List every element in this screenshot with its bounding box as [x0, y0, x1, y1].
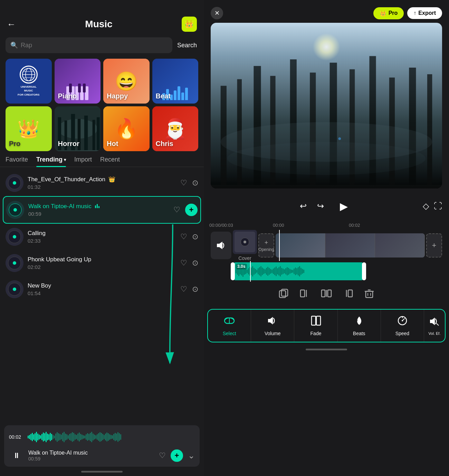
category-pro[interactable]: 👑 Pro — [6, 106, 52, 151]
svg-point-28 — [13, 288, 16, 291]
split-left-icon — [299, 288, 311, 301]
cover-label: Cover — [238, 255, 251, 261]
pause-button[interactable]: ⏸ — [9, 448, 24, 463]
list-item[interactable]: New Boy 01:54 ♡ ⊙ — [3, 276, 201, 302]
svg-point-44 — [338, 137, 341, 140]
download-button-3[interactable]: ⊙ — [192, 232, 198, 241]
category-happy[interactable]: 😄 Happy — [103, 59, 150, 104]
category-hot-label: Hot — [107, 140, 146, 148]
like-button-2[interactable]: ♡ — [173, 205, 180, 214]
toolbar-select[interactable]: Select — [208, 310, 251, 342]
split-right-button[interactable] — [342, 288, 353, 301]
list-item[interactable]: Phonk Upbeat Going Up 02:02 ♡ ⊙ — [3, 250, 201, 276]
category-beat[interactable]: Beat — [152, 59, 199, 104]
opening-button[interactable]: + Opening — [258, 233, 274, 258]
audio-track-row: 3.0s — [204, 261, 449, 282]
tab-favorite[interactable]: Favorite — [6, 156, 28, 165]
category-horror-label: Horror — [58, 140, 97, 148]
speed-label: Speed — [395, 331, 409, 336]
player-like-button[interactable]: ♡ — [159, 451, 166, 460]
song-info-4: Phonk Upbeat Going Up 02:02 — [28, 256, 176, 270]
player-song-name: Walk on Tiptoe-AI music — [28, 450, 155, 456]
like-button-5[interactable]: ♡ — [180, 285, 187, 294]
video-track[interactable] — [276, 233, 425, 258]
svg-marker-46 — [219, 242, 222, 249]
crown-badge[interactable]: 👑 — [182, 17, 197, 32]
player-add-button[interactable]: + — [171, 449, 183, 462]
toolbar-beats[interactable]: Beats — [338, 310, 381, 342]
duplicate-icon — [278, 288, 289, 301]
category-universal[interactable]: UNIVERSALMUSICFOR CREATORS — [6, 59, 52, 104]
delete-button[interactable] — [364, 288, 375, 301]
toolbar-fade[interactable]: Fade — [294, 310, 337, 342]
audio-handle-left[interactable] — [231, 262, 235, 280]
select-icon — [224, 315, 235, 329]
play-button[interactable]: ▶ — [334, 197, 353, 215]
download-button-4[interactable]: ⊙ — [192, 259, 198, 268]
add-button-2[interactable]: + — [185, 204, 198, 216]
like-button-4[interactable]: ♡ — [180, 259, 187, 268]
svg-point-43 — [227, 142, 426, 175]
timeline-marker-0: 00:00 — [273, 223, 284, 228]
category-christmas[interactable]: 🎅 Chris — [152, 106, 199, 151]
export-button[interactable]: ↑ Export — [407, 7, 442, 19]
close-button[interactable]: ✕ — [211, 7, 223, 19]
sound-track-icon[interactable] — [211, 232, 231, 259]
player-time: 00:02 — [9, 434, 24, 440]
audio-track[interactable]: 3.0s — [233, 262, 364, 280]
svg-rect-67 — [268, 319, 270, 322]
chevron-down-button[interactable]: ⌄ — [188, 451, 195, 460]
bottom-player: 00:02 ⏸ Walk on Tiptoe-AI music 00:59 ♡ … — [4, 425, 200, 467]
add-clip-button[interactable]: + — [426, 233, 442, 258]
like-button-1[interactable]: ♡ — [180, 178, 187, 187]
trees-svg — [211, 23, 442, 188]
search-button[interactable]: Search — [176, 39, 198, 52]
toolbar-speed[interactable]: Speed — [381, 310, 424, 342]
category-hot[interactable]: 🔥 Hot — [103, 106, 150, 151]
tab-trending[interactable]: Trending ▾ — [36, 156, 66, 165]
hot-icon: 🔥 — [114, 117, 138, 140]
audio-handle-right[interactable] — [362, 262, 366, 280]
split-button[interactable] — [321, 288, 332, 301]
list-item[interactable]: The_Eve_Of_Thunder_Action 👑 01:32 ♡ ⊙ — [3, 170, 201, 196]
toolbar-vol-effects[interactable]: Vol. Ef. — [424, 310, 445, 341]
volume-icon — [267, 315, 278, 329]
svg-point-19 — [13, 208, 17, 212]
timeline-current: 00:00/00:03 — [209, 223, 233, 228]
pro-button[interactable]: 👑 Pro — [373, 7, 404, 19]
svg-rect-58 — [348, 290, 352, 297]
song-info-3: Calling 02:33 — [28, 230, 176, 244]
search-input-wrap: 🔍 — [6, 37, 172, 53]
fullscreen-button[interactable]: ⛶ — [434, 201, 442, 211]
song-actions-5: ♡ ⊙ — [180, 285, 198, 294]
cover-item[interactable]: Cover — [233, 230, 257, 261]
list-item[interactable]: Walk on Tiptoe-AI music 00:59 ♡ + — [3, 196, 201, 224]
keyframe-button[interactable]: ◇ — [423, 201, 429, 211]
song-actions-3: ♡ ⊙ — [180, 232, 198, 241]
like-button-3[interactable]: ♡ — [180, 232, 187, 241]
back-button[interactable]: ← — [7, 19, 16, 30]
search-input[interactable] — [21, 42, 168, 49]
category-christmas-label: Chris — [156, 140, 195, 148]
song-duration-2: 00:59 — [28, 211, 169, 217]
download-button-1[interactable]: ⊙ — [192, 178, 198, 187]
opening-label: Opening — [258, 247, 274, 252]
redo-button[interactable]: ↪ — [317, 201, 324, 211]
duplicate-button[interactable] — [278, 288, 289, 301]
category-piano-label: Piano — [58, 92, 97, 100]
category-horror[interactable]: Horror — [55, 106, 101, 151]
tab-recent[interactable]: Recent — [100, 156, 120, 165]
split-left-button[interactable] — [299, 288, 311, 301]
video-preview — [211, 23, 442, 188]
category-piano[interactable]: Piano — [55, 59, 101, 104]
toolbar-volume[interactable]: Volume — [251, 310, 294, 342]
song-info-5: New Boy 01:54 — [28, 282, 176, 296]
undo-button[interactable]: ↩ — [300, 201, 307, 211]
tab-import[interactable]: Import — [74, 156, 92, 165]
header: ← Music 👑 — [0, 0, 204, 37]
svg-rect-69 — [312, 316, 316, 325]
download-button-5[interactable]: ⊙ — [192, 285, 198, 294]
right-buttons: 👑 Pro ↑ Export — [373, 7, 442, 19]
player-song-info: Walk on Tiptoe-AI music 00:59 — [28, 450, 155, 462]
list-item[interactable]: Calling 02:33 ♡ ⊙ — [3, 224, 201, 250]
